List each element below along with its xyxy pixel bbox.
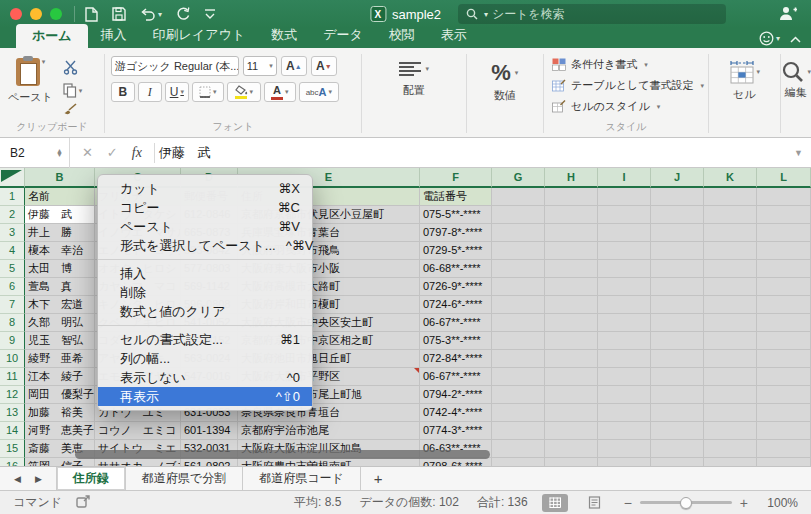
cell-F2[interactable]: 075-5**-****	[420, 206, 492, 224]
cell-L7[interactable]	[757, 296, 811, 314]
cell-I12[interactable]	[598, 386, 651, 404]
feedback-smiley-icon[interactable]: ▾	[759, 31, 780, 46]
row-header-11[interactable]: 11	[0, 368, 25, 386]
cell-B13[interactable]: 加藤 裕美	[25, 404, 95, 422]
search-input[interactable]: ▾ シートを検索	[458, 4, 726, 24]
cell-J11[interactable]	[651, 368, 704, 386]
column-header-H[interactable]: H	[545, 168, 598, 188]
cell-K4[interactable]	[704, 242, 757, 260]
context-menu-item[interactable]: コピー⌘C	[98, 198, 312, 217]
cell-K14[interactable]	[704, 422, 757, 440]
cell-I10[interactable]	[598, 350, 651, 368]
undo-dropdown-icon[interactable]: ▾	[158, 10, 162, 19]
cell-H14[interactable]	[545, 422, 598, 440]
cell-J14[interactable]	[651, 422, 704, 440]
cell-F6[interactable]: 0726-9*-****	[420, 278, 492, 296]
cell-B12[interactable]: 岡田 優梨子	[25, 386, 95, 404]
font-name-select[interactable]: 游ゴシック Regular (本...▾	[111, 56, 239, 76]
cell-J6[interactable]	[651, 278, 704, 296]
cell-K7[interactable]	[704, 296, 757, 314]
cell-K3[interactable]	[704, 224, 757, 242]
conditional-formatting-button[interactable]: 条件付き書式▾	[544, 54, 708, 75]
cell-F1[interactable]: 電話番号	[420, 188, 492, 206]
cell-H6[interactable]	[545, 278, 598, 296]
new-document-icon[interactable]	[85, 7, 98, 22]
sheet-tab[interactable]: 都道府県コード	[243, 467, 361, 490]
cell-K1[interactable]	[704, 188, 757, 206]
cell-L15[interactable]	[757, 440, 811, 458]
context-menu-item[interactable]: 削除	[98, 283, 312, 302]
cell-F4[interactable]: 0729-5*-****	[420, 242, 492, 260]
cell-K13[interactable]	[704, 404, 757, 422]
confirm-entry-icon[interactable]: ✓	[107, 145, 118, 160]
formula-bar-value[interactable]: 伊藤 武	[159, 144, 211, 162]
name-box[interactable]: B2	[0, 146, 56, 160]
cell-F11[interactable]: 06-67**-****	[420, 368, 492, 386]
cell-G5[interactable]	[492, 260, 545, 278]
cell-B3[interactable]: 井上 勝	[25, 224, 95, 242]
cell-K8[interactable]	[704, 314, 757, 332]
share-person-icon[interactable]	[779, 5, 797, 24]
context-menu-item[interactable]: ペースト⌘V	[98, 217, 312, 236]
cell-G16[interactable]	[492, 458, 545, 466]
row-header-1[interactable]: 1	[0, 188, 25, 206]
ribbon-tab[interactable]: データ	[310, 24, 376, 48]
row-header-2[interactable]: 2	[0, 206, 25, 224]
cell-H13[interactable]	[545, 404, 598, 422]
column-header-F[interactable]: F	[420, 168, 492, 188]
cell-L11[interactable]	[757, 368, 811, 386]
cell-F13[interactable]: 0742-4*-****	[420, 404, 492, 422]
context-menu-item[interactable]: 挿入	[98, 264, 312, 283]
cell-J5[interactable]	[651, 260, 704, 278]
cell-G2[interactable]	[492, 206, 545, 224]
name-box-stepper[interactable]: ▲▼	[56, 149, 63, 157]
sheet-tab[interactable]: 住所録	[56, 467, 126, 490]
cell-K12[interactable]	[704, 386, 757, 404]
cell-J8[interactable]	[651, 314, 704, 332]
cell-H15[interactable]	[545, 440, 598, 458]
cell-B8[interactable]: 久部 明弘	[25, 314, 95, 332]
decrease-font-size-button[interactable]: A▼	[311, 56, 337, 76]
cell-F14[interactable]: 0774-3*-****	[420, 422, 492, 440]
cell-C14[interactable]: コウノ エミコ	[95, 422, 181, 440]
cut-scissors-icon[interactable]	[63, 60, 83, 78]
cell-G11[interactable]	[492, 368, 545, 386]
cell-E16[interactable]: 大阪府豊中市曽根南町	[238, 458, 420, 466]
cell-G7[interactable]	[492, 296, 545, 314]
cell-L1[interactable]	[757, 188, 811, 206]
cell-G8[interactable]	[492, 314, 545, 332]
alignment-button[interactable]: ▾ 配置	[362, 60, 466, 98]
cell-L10[interactable]	[757, 350, 811, 368]
cell-H12[interactable]	[545, 386, 598, 404]
row-header-14[interactable]: 14	[0, 422, 25, 440]
row-header-15[interactable]: 15	[0, 440, 25, 458]
formula-bar-expand-icon[interactable]: ▼	[794, 148, 803, 158]
cell-J3[interactable]	[651, 224, 704, 242]
cell-H10[interactable]	[545, 350, 598, 368]
context-menu-item[interactable]: 列の幅...	[98, 349, 312, 368]
underline-button[interactable]: U▾	[165, 82, 189, 102]
row-header-13[interactable]: 13	[0, 404, 25, 422]
ribbon-tab[interactable]: 校閲	[376, 24, 428, 48]
format-painter-brush-icon[interactable]	[63, 103, 83, 119]
context-menu-item[interactable]: セルの書式設定...⌘1	[98, 330, 312, 349]
page-layout-view-button[interactable]	[582, 494, 608, 512]
cell-B16[interactable]: 笹岡 信子	[25, 458, 95, 466]
cell-H8[interactable]	[545, 314, 598, 332]
cell-L13[interactable]	[757, 404, 811, 422]
cell-G4[interactable]	[492, 242, 545, 260]
cell-B1[interactable]: 名前	[25, 188, 95, 206]
customize-toolbar-icon[interactable]	[204, 9, 216, 20]
horizontal-scrollbar[interactable]	[75, 450, 490, 459]
cell-K6[interactable]	[704, 278, 757, 296]
ribbon-tab[interactable]: 数式	[258, 24, 310, 48]
cell-G1[interactable]	[492, 188, 545, 206]
cell-B4[interactable]: 榎本 幸治	[25, 242, 95, 260]
row-header-8[interactable]: 8	[0, 314, 25, 332]
cell-C16[interactable]: ササオカ ノブコ	[95, 458, 181, 466]
cell-H11[interactable]	[545, 368, 598, 386]
ribbon-tab[interactable]: 表示	[428, 24, 480, 48]
cell-H16[interactable]	[545, 458, 598, 466]
cell-G15[interactable]	[492, 440, 545, 458]
zoom-slider[interactable]	[640, 501, 732, 504]
